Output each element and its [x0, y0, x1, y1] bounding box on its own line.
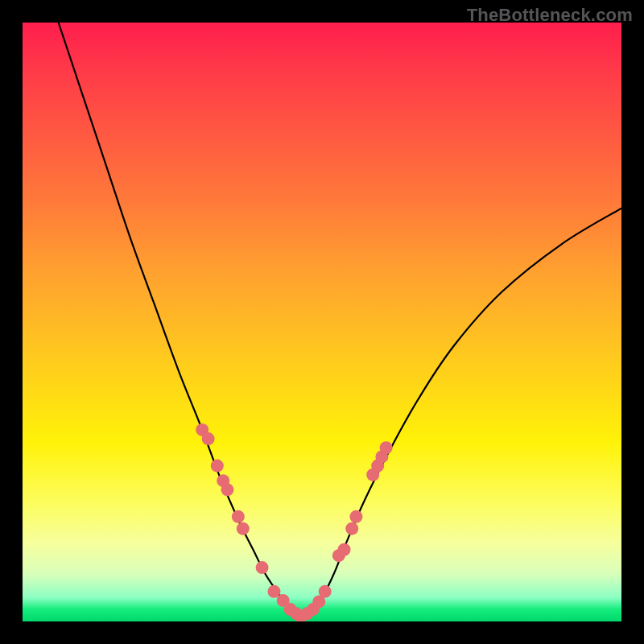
data-point	[338, 543, 351, 556]
data-point	[319, 585, 332, 598]
data-point	[380, 441, 393, 454]
data-points	[196, 423, 392, 621]
curve-right	[301, 208, 621, 619]
data-point	[211, 460, 224, 473]
data-point	[237, 522, 250, 535]
curve-layer	[23, 23, 621, 621]
data-point	[256, 561, 269, 574]
data-point	[349, 510, 362, 523]
chart-frame: TheBottleneck.com	[0, 0, 644, 644]
data-point	[232, 510, 245, 523]
curve-left	[59, 23, 301, 618]
data-point	[202, 432, 215, 445]
plot-area	[23, 23, 621, 621]
data-point	[345, 522, 358, 535]
watermark-text: TheBottleneck.com	[467, 5, 633, 26]
data-point	[221, 483, 233, 496]
